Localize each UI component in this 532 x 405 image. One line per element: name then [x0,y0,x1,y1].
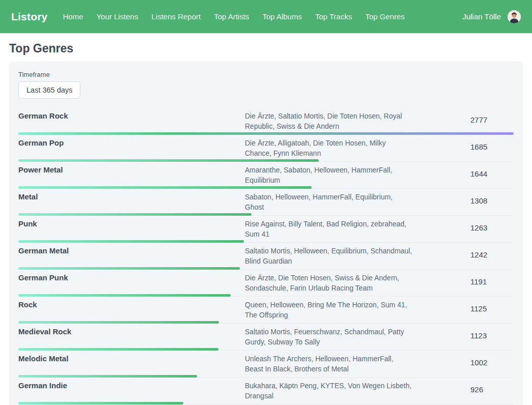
page-title: Top Genres [9,42,523,55]
table-row: German Indie Bukahara, Käptn Peng, KYTES… [18,378,514,404]
genre-artists: Amaranthe, Sabaton, Helloween, HammerFal… [245,162,421,185]
genre-bar [18,132,514,135]
genre-artists: Unleash The Archers, Helloween, HammerFa… [245,351,421,374]
nav-link-top-genres[interactable]: Top Genres [365,12,405,21]
nav-link-your-listens[interactable]: Your Listens [96,12,138,21]
top-genres-panel: Timeframe Last 365 days German Rock Die … [9,62,523,405]
table-row: Medieval Rock Saltatio Mortis, Feuerschw… [18,324,514,351]
bar-track [18,375,514,378]
table-row: German Punk Die Ärzte, Die Toten Hosen, … [18,270,514,297]
genre-name: Power Metal [18,162,245,185]
genre-bar [18,213,251,216]
bar-track [18,294,514,297]
table-row: German Pop Die Ärzte, Alligatoah, Die To… [18,135,514,162]
genre-artists: Saltatio Mortis, Helloween, Equilibrium,… [245,243,421,266]
genre-name: Rock [18,297,245,320]
genre-artists: Die Ärzte, Alligatoah, Die Toten Hosen, … [245,135,421,158]
navbar: Listory HomeYour ListensListens ReportTo… [0,0,532,33]
genre-count: 1002 [421,358,514,367]
genre-name: Punk [18,216,245,239]
genre-artists: Rise Against, Billy Talent, Bad Religion… [245,216,421,239]
genre-name: German Punk [18,270,245,293]
nav-link-top-tracks[interactable]: Top Tracks [315,12,352,21]
timeframe-select-button[interactable]: Last 365 days [18,81,80,99]
table-row: Melodic Metal Unleash The Archers, Hello… [18,351,514,378]
bar-track [18,240,514,243]
genre-bar [18,294,231,297]
genre-count: 1308 [421,196,514,205]
genre-name: German Metal [18,243,245,266]
table-row: German Metal Saltatio Mortis, Helloween,… [18,243,514,270]
genre-bar [18,348,218,351]
table-row: Power Metal Amaranthe, Sabaton, Hellowee… [18,162,514,189]
bar-track [18,213,514,216]
genre-count: 1644 [421,169,514,178]
main-content: Top Genres Timeframe Last 365 days Germa… [0,42,532,405]
nav-link-top-artists[interactable]: Top Artists [214,12,249,21]
genre-name: German Indie [18,378,245,401]
genre-count: 1125 [421,304,514,313]
bar-track [18,321,514,324]
bar-track [18,159,514,162]
bar-track [18,132,514,135]
bar-track [18,267,514,270]
genre-artists: Queen, Helloween, Bring Me The Horizon, … [245,297,421,320]
genre-name: Medieval Rock [18,324,245,347]
bar-track [18,186,514,189]
timeframe-label: Timeframe [18,71,514,78]
bar-track [18,402,514,404]
genre-name: Melodic Metal [18,351,245,374]
genre-artists: Saltatio Mortis, Feuerschwanz, Schandmau… [245,324,421,347]
genre-artists: Die Ärzte, Die Toten Hosen, Swiss & Die … [245,270,421,293]
table-row: German Rock Die Ärzte, Saltatio Mortis, … [18,108,514,135]
main-nav: HomeYour ListensListens ReportTop Artist… [63,12,405,21]
genre-name: German Pop [18,135,245,158]
genre-count: 2777 [421,115,514,124]
user-name: Julian Tölle [462,12,501,21]
bar-track [18,348,514,351]
genre-count: 1685 [421,142,514,151]
genre-count: 1263 [421,223,514,232]
genre-name: German Rock [18,108,245,131]
genre-name: Metal [18,189,245,212]
genre-count: 1123 [421,331,514,340]
nav-link-listens-report[interactable]: Listens Report [151,12,201,21]
genre-bar [18,159,319,162]
table-row: Rock Queen, Helloween, Bring Me The Hori… [18,297,514,324]
genre-artists: Sabaton, Helloween, HammerFall, Equilibr… [245,189,421,212]
genre-bar [18,240,244,243]
genre-bar [18,186,312,189]
genre-bar [18,402,183,404]
user-menu[interactable]: Julian Tölle [462,10,521,23]
genres-table: German Rock Die Ärzte, Saltatio Mortis, … [18,108,514,404]
nav-link-home[interactable]: Home [63,12,83,21]
genre-bar [18,321,219,324]
genre-count: 926 [421,385,514,394]
genre-bar [18,375,197,378]
genre-bar [18,267,240,270]
table-row: Punk Rise Against, Billy Talent, Bad Rel… [18,216,514,243]
table-row: Metal Sabaton, Helloween, HammerFall, Eq… [18,189,514,216]
genre-count: 1191 [421,277,514,286]
user-avatar-icon[interactable] [508,10,521,23]
genre-artists: Die Ärzte, Saltatio Mortis, Die Toten Ho… [245,108,421,131]
app-logo[interactable]: Listory [11,11,47,23]
nav-link-top-albums[interactable]: Top Albums [262,12,302,21]
genre-artists: Bukahara, Käptn Peng, KYTES, Von Wegen L… [245,378,421,401]
person-icon [508,10,521,23]
genre-count: 1242 [421,250,514,259]
